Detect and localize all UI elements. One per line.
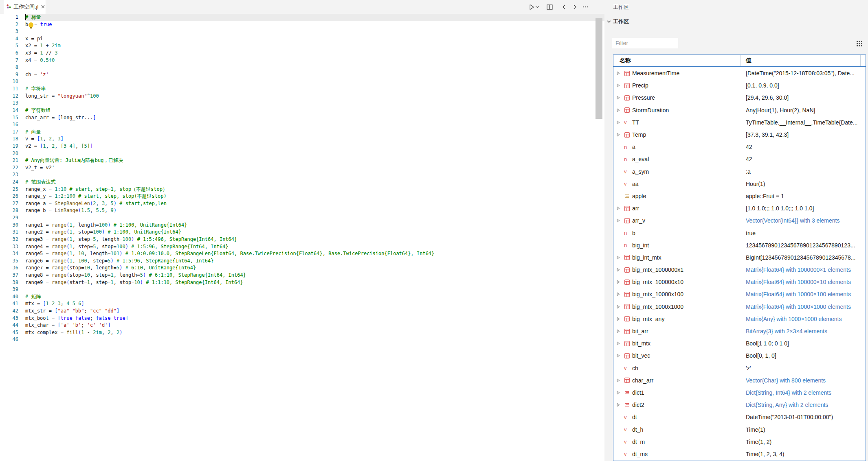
- variable-value[interactable]: Matrix{Float64} with 1000×1000 elements: [741, 304, 866, 310]
- code-line[interactable]: 15char_arr = [long_str...]: [0, 114, 604, 122]
- expand-chevron[interactable]: [617, 83, 624, 87]
- code-line[interactable]: 34range5 = range(1, 10, length=101) # 1.…: [0, 250, 604, 258]
- filter-input[interactable]: [612, 38, 678, 48]
- code-line[interactable]: 20: [0, 150, 604, 157]
- expand-chevron[interactable]: [617, 329, 624, 333]
- variable-value[interactable]: Matrix{Float64} with 100000×10 elements: [741, 279, 866, 285]
- code-line[interactable]: 40# 矩阵: [0, 293, 604, 301]
- expand-chevron[interactable]: [617, 292, 624, 296]
- run-dropdown-chevron-icon[interactable]: [534, 2, 540, 12]
- table-row[interactable]: StormDurationAny[Hour(1), Hour(2), NaN]: [613, 104, 866, 116]
- table-row[interactable]: bit_mtxBool[1 1 0; 0 1 0]: [613, 337, 866, 350]
- code-line[interactable]: 17# 向量: [0, 129, 604, 136]
- code-line[interactable]: 25range_x = 1:10 # start, step=1, stop（不…: [0, 186, 604, 193]
- code-line[interactable]: 29: [0, 214, 604, 222]
- editor-scrollbar[interactable]: [596, 18, 602, 119]
- variable-value[interactable]: Matrix{Float64} with 1000000×1 elements: [741, 267, 866, 273]
- code-line[interactable]: 44mtx_char = ['a' 'b'; 'c' 'd']: [0, 322, 604, 329]
- table-row[interactable]: dict2Dict{String, Any} with 2 elements: [613, 399, 866, 411]
- code-line[interactable]: 31range2 = range(1, stop=100) # 1:100, U…: [0, 229, 604, 236]
- code-line[interactable]: 23: [0, 171, 604, 179]
- code-line[interactable]: 19v2 = [1, 2, [3 4], [5]]: [0, 143, 604, 150]
- table-row[interactable]: Temp[37.3, 39.1, 42.3]: [613, 129, 866, 141]
- table-row[interactable]: vdt_msTime(1, 2, 3, 4): [613, 448, 866, 460]
- code-line[interactable]: 28range_b = LinRange(1.5, 5.5, 9): [0, 207, 604, 214]
- table-row[interactable]: vdt_mTime(1, 2): [613, 436, 866, 448]
- code-line[interactable]: 41mtx = [1 2 3; 4 5 6]: [0, 300, 604, 308]
- table-row[interactable]: na42: [613, 141, 866, 153]
- variable-value[interactable]: BitArray{3} with 2×3×4 elements: [741, 328, 866, 334]
- tab-workspace-jl[interactable]: 工作空间.jl: [4, 0, 46, 14]
- expand-chevron[interactable]: [617, 305, 624, 309]
- expand-chevron[interactable]: [617, 317, 624, 321]
- table-row[interactable]: appleapple::Fruit = 1: [613, 190, 866, 202]
- expand-chevron[interactable]: [617, 280, 624, 284]
- variable-value[interactable]: Dict{String, Any} with 2 elements: [741, 402, 866, 408]
- table-row[interactable]: va_sym:a: [613, 166, 866, 178]
- table-row[interactable]: vaaHour(1): [613, 178, 866, 190]
- code-line[interactable]: 43mtx_bool = [true false; false true]: [0, 315, 604, 322]
- variable-value[interactable]: Vector{Char} with 800 elements: [741, 377, 866, 384]
- table-row[interactable]: arr_vVector{Vector{Int64}} with 3 elemen…: [613, 214, 866, 227]
- table-row[interactable]: bit_vecBool[0, 1, 0]: [613, 350, 866, 362]
- code-line[interactable]: 42mtx_str = ["aa" "bb"; "cc" "dd"]: [0, 308, 604, 315]
- code-line[interactable]: 39: [0, 286, 604, 293]
- code-line[interactable]: 21# Any向量转置: Julia内部有bug，已解决: [0, 157, 604, 164]
- expand-chevron[interactable]: [617, 268, 624, 272]
- more-actions-icon[interactable]: [580, 2, 591, 12]
- code-line[interactable]: 37range8 = range(stop=10, step=1, length…: [0, 272, 604, 279]
- expand-chevron[interactable]: [617, 96, 624, 100]
- code-line[interactable]: 1# 标量: [0, 14, 604, 21]
- code-line[interactable]: 12long_str = "tongyuan"^100: [0, 93, 604, 100]
- table-row[interactable]: big_mtx_100000x10Matrix{Float64} with 10…: [613, 276, 866, 288]
- table-row[interactable]: vdt_hTime(1): [613, 423, 866, 435]
- expand-chevron[interactable]: [617, 133, 624, 137]
- table-row[interactable]: dict1Dict{String, Int64} with 2 elements: [613, 387, 866, 399]
- code-line[interactable]: 24# 范围表达式: [0, 179, 604, 186]
- lightbulb-icon[interactable]: [29, 22, 33, 27]
- table-row[interactable]: Pressure[29.4, 29.6, 30.0]: [613, 92, 866, 104]
- code-line[interactable]: 27range_a = StepRangeLen(2, 3, 5) # star…: [0, 200, 604, 208]
- code-line[interactable]: 16: [0, 121, 604, 129]
- table-row[interactable]: vdtDateTime("2013-01-01T00:00:00"): [613, 411, 866, 423]
- code-line[interactable]: 36range7 = range(stop=10, length=5) # 6:…: [0, 264, 604, 272]
- expand-chevron[interactable]: [617, 403, 624, 407]
- code-line[interactable]: 46: [0, 336, 604, 343]
- expand-chevron[interactable]: [617, 71, 624, 75]
- grid-view-icon[interactable]: [856, 40, 863, 47]
- navigate-forward-icon[interactable]: [569, 2, 580, 12]
- code-line[interactable]: 8: [0, 64, 604, 71]
- expand-chevron[interactable]: [617, 108, 624, 112]
- code-line[interactable]: 6x3 = 1 // 3: [0, 50, 604, 57]
- code-editor[interactable]: 1# 标量2b= true34x = pi5x2 = 1 + 2im6x3 = …: [0, 14, 604, 461]
- table-row[interactable]: big_int_mtxBigInt[1234567890123456789012…: [613, 251, 866, 264]
- code-line[interactable]: 5x2 = 1 + 2im: [0, 42, 604, 50]
- code-line[interactable]: 9ch = 'z': [0, 71, 604, 79]
- table-row[interactable]: big_mtx_1000x1000Matrix{Float64} with 10…: [613, 301, 866, 313]
- code-line[interactable]: 14# 字符数组: [0, 107, 604, 114]
- code-line[interactable]: 10: [0, 78, 604, 85]
- code-line[interactable]: 30range1 = range(1, length=100) # 1:100,…: [0, 222, 604, 229]
- table-row[interactable]: arr[1.0 1.0;;; 1.0 1.0;;; 1.0 1.0]: [613, 202, 866, 214]
- expand-chevron[interactable]: [617, 354, 624, 358]
- code-line[interactable]: 11# 字符串: [0, 85, 604, 93]
- table-row[interactable]: big_mtx_10000x100Matrix{Float64} with 10…: [613, 288, 866, 300]
- expand-chevron[interactable]: [617, 256, 624, 260]
- table-row[interactable]: nbig_int12345678901234567890123456789012…: [613, 239, 866, 251]
- table-row[interactable]: nbtrue: [613, 227, 866, 239]
- column-header-value[interactable]: 值: [741, 55, 866, 66]
- split-editor-icon[interactable]: [544, 2, 555, 12]
- table-row[interactable]: Precip[0.1, 0.9, 0.0]: [613, 79, 866, 92]
- expand-chevron[interactable]: [617, 120, 624, 125]
- code-line[interactable]: 35range6 = range(1, 100, step=5) # 1:5:9…: [0, 258, 604, 265]
- code-line[interactable]: 45mtx_complex = fill(1 - 2im, 2, 2): [0, 329, 604, 336]
- code-line[interactable]: 22v2_t = v2': [0, 164, 604, 172]
- variable-value[interactable]: Vector{Vector{Int64}} with 3 elements: [741, 217, 866, 224]
- navigate-back-icon[interactable]: [559, 2, 569, 12]
- code-line[interactable]: 2b= true: [0, 21, 604, 28]
- expand-chevron[interactable]: [617, 391, 624, 395]
- code-line[interactable]: 32range3 = range(1, step=5, length=100) …: [0, 236, 604, 243]
- close-icon[interactable]: [41, 4, 45, 10]
- table-row[interactable]: bit_arrBitArray{3} with 2×3×4 elements: [613, 325, 866, 337]
- expand-chevron[interactable]: [617, 206, 624, 210]
